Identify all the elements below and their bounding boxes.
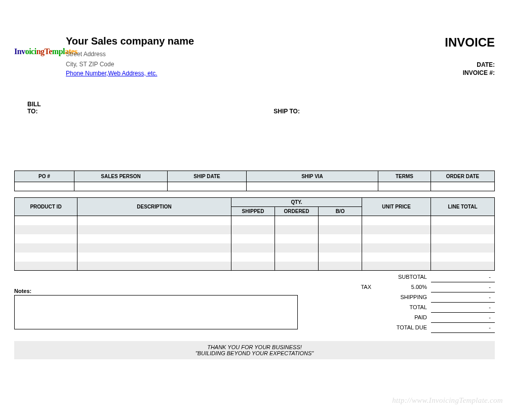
val-orderdate[interactable]	[431, 182, 495, 191]
bill-to-label: BILL TO:	[14, 101, 43, 115]
col-qty: QTY.	[231, 198, 362, 207]
totals-prefix	[315, 312, 375, 322]
company-contact-link[interactable]: Phone Number,Web Address, etc.	[66, 70, 158, 77]
item-product_id[interactable]	[15, 262, 77, 271]
item-product_id[interactable]	[15, 243, 77, 253]
item-product_id[interactable]	[15, 234, 77, 243]
item-ordered[interactable]	[275, 234, 319, 243]
notes-label: Notes:	[14, 288, 309, 294]
item-description[interactable]	[77, 216, 231, 225]
col-bo: B/O	[319, 207, 362, 216]
col-product-id: PRODUCT ID	[15, 198, 77, 216]
invoice-title: INVOICE	[343, 35, 495, 50]
item-description[interactable]	[77, 253, 231, 262]
item-product_id[interactable]	[15, 253, 77, 262]
item-product_id[interactable]	[15, 216, 77, 225]
col-ordered: ORDERED	[275, 207, 319, 216]
col-shipdate: SHIP DATE	[168, 171, 247, 182]
footer-bar: THANK YOU FOR YOUR BUSINESS! "BUILIDING …	[14, 341, 495, 359]
company-cityline: City, ST ZIP Code	[66, 60, 343, 68]
order-header-table: PO # SALES PERSON SHIP DATE SHIP VIA TER…	[14, 171, 495, 191]
item-shipped[interactable]	[231, 243, 275, 253]
totals-label: 5.00%	[375, 282, 431, 292]
totals-label: TOTAL	[375, 302, 431, 312]
item-ordered[interactable]	[275, 262, 319, 271]
item-description[interactable]	[77, 234, 231, 243]
totals-label: TOTAL DUE	[375, 322, 431, 332]
date-label: DATE:	[343, 61, 495, 69]
totals-value: -	[431, 312, 495, 322]
item-line_total[interactable]	[431, 253, 495, 262]
company-name: Your Sales company name	[66, 35, 343, 47]
item-description[interactable]	[77, 243, 231, 253]
item-unit_price[interactable]	[362, 225, 431, 234]
col-shipped: SHIPPED	[231, 207, 275, 216]
col-line-total: LINE TOTAL	[431, 198, 495, 216]
item-description[interactable]	[77, 262, 231, 271]
item-line_total[interactable]	[431, 234, 495, 243]
val-po[interactable]	[15, 182, 74, 191]
company-street: Street Address	[66, 50, 343, 58]
val-salesperson[interactable]	[74, 182, 168, 191]
val-terms[interactable]	[378, 182, 431, 191]
item-shipped[interactable]	[231, 234, 275, 243]
item-unit_price[interactable]	[362, 216, 431, 225]
col-terms: TERMS	[378, 171, 431, 182]
val-shipvia[interactable]	[247, 182, 378, 191]
logo: InvoicingTemplates	[14, 35, 66, 77]
item-line_total[interactable]	[431, 262, 495, 271]
item-bo[interactable]	[319, 234, 362, 243]
col-shipvia: SHIP VIA	[247, 171, 378, 182]
item-product_id[interactable]	[15, 225, 77, 234]
item-unit_price[interactable]	[362, 253, 431, 262]
item-ordered[interactable]	[275, 225, 319, 234]
totals-value: -	[431, 272, 495, 282]
col-description: DESCRIPTION	[77, 198, 231, 216]
col-salesperson: SALES PERSON	[74, 171, 168, 182]
totals-prefix	[315, 292, 375, 302]
item-ordered[interactable]	[275, 253, 319, 262]
item-shipped[interactable]	[231, 225, 275, 234]
ship-to-label: SHIP TO:	[273, 108, 300, 115]
footer-line2: "BUILIDING BEYOND YOUR EXPECTATIONS"	[14, 350, 495, 356]
notes-box[interactable]	[14, 295, 298, 329]
item-shipped[interactable]	[231, 262, 275, 271]
totals-prefix: TAX	[315, 282, 375, 292]
item-bo[interactable]	[319, 262, 362, 271]
item-line_total[interactable]	[431, 243, 495, 253]
val-shipdate[interactable]	[168, 182, 247, 191]
item-line_total[interactable]	[431, 225, 495, 234]
totals-label: SHIPPING	[375, 292, 431, 302]
item-unit_price[interactable]	[362, 262, 431, 271]
item-ordered[interactable]	[275, 243, 319, 253]
col-orderdate: ORDER DATE	[431, 171, 495, 182]
totals-label: PAID	[375, 312, 431, 322]
totals-prefix	[315, 322, 375, 332]
totals-prefix	[315, 272, 375, 282]
items-table: PRODUCT ID DESCRIPTION QTY. UNIT PRICE L…	[14, 197, 495, 271]
item-shipped[interactable]	[231, 253, 275, 262]
invoice-number-label: INVOICE #:	[343, 69, 495, 77]
item-bo[interactable]	[319, 216, 362, 225]
footer-line1: THANK YOU FOR YOUR BUSINESS!	[14, 344, 495, 350]
item-bo[interactable]	[319, 243, 362, 253]
item-unit_price[interactable]	[362, 243, 431, 253]
totals-value: -	[431, 302, 495, 312]
totals-table: SUBTOTAL-TAX5.00%-SHIPPING-TOTAL-PAID-TO…	[315, 272, 495, 333]
totals-value: -	[431, 282, 495, 292]
item-bo[interactable]	[319, 225, 362, 234]
item-line_total[interactable]	[431, 216, 495, 225]
col-unit-price: UNIT PRICE	[362, 198, 431, 216]
item-ordered[interactable]	[275, 216, 319, 225]
col-po: PO #	[15, 171, 74, 182]
totals-value: -	[431, 292, 495, 302]
watermark: http://www.InvoicingTemplate.com	[392, 396, 503, 405]
totals-label: SUBTOTAL	[375, 272, 431, 282]
totals-prefix	[315, 302, 375, 312]
item-description[interactable]	[77, 225, 231, 234]
item-unit_price[interactable]	[362, 234, 431, 243]
item-shipped[interactable]	[231, 216, 275, 225]
item-bo[interactable]	[319, 253, 362, 262]
totals-value: -	[431, 322, 495, 332]
